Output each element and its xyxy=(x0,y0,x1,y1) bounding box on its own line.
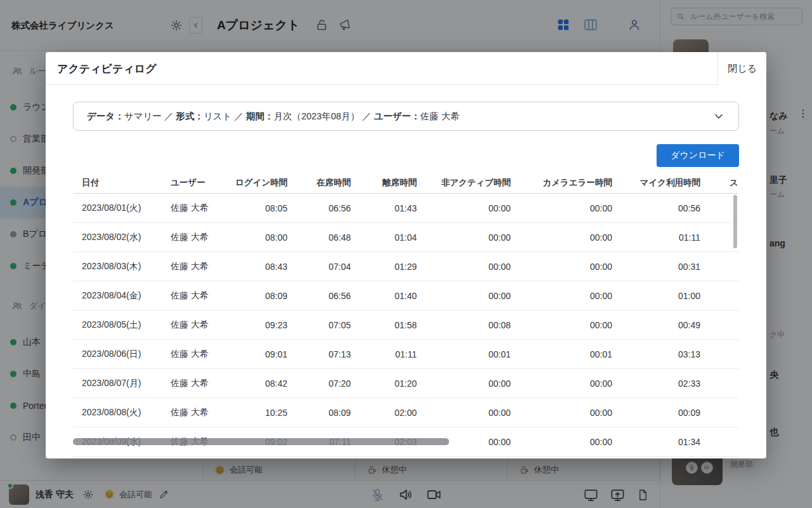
filter-value: ／ xyxy=(162,111,176,121)
table-cell: 00:00 xyxy=(511,437,612,447)
table-cell: 00:00 xyxy=(511,232,612,243)
filter-value: ／ xyxy=(232,111,246,121)
table-cell: 01:11 xyxy=(351,349,417,359)
table-cell: 2023/08/08(火) xyxy=(73,407,162,418)
table-cell: 07:20 xyxy=(287,378,351,389)
table-cell: 2023/08/02(水) xyxy=(73,232,162,243)
modal-title: アクティビティログ xyxy=(57,52,157,85)
app-root: 株式会社ライブリンクス Aプロジェクト ルームラウンジ営業部開発部Aプロジェクト… xyxy=(0,0,812,508)
table-cell: 06:48 xyxy=(287,232,351,243)
table-cell: 00:00 xyxy=(417,378,511,389)
column-header: ユーザー xyxy=(162,177,232,189)
table-row: 2023/08/06(日)佐藤 大希09:0107:1301:1100:0100… xyxy=(73,340,739,369)
filter-value: 佐藤 大希 xyxy=(421,111,460,121)
table-cell: 2023/08/01(火) xyxy=(73,203,162,214)
filter-key: 期間： xyxy=(246,111,274,121)
table-cell: 02:33 xyxy=(612,378,700,389)
table-cell: 01:20 xyxy=(351,378,417,389)
table-cell: 08:43 xyxy=(232,262,287,272)
table-cell: 07:04 xyxy=(287,262,351,272)
modal-body: データ：サマリー ／ 形式：リスト ／ 期間：月次（2023年08月） ／ ユー… xyxy=(46,85,766,458)
table-cell: 佐藤 大希 xyxy=(162,232,232,243)
table-row: 2023/08/01(火)佐藤 大希08:0506:5601:4300:0000… xyxy=(73,194,739,223)
filter-value: サマリー xyxy=(124,111,162,121)
table-cell: 00:00 xyxy=(511,408,612,418)
activity-log-modal: アクティビティログ 閉じる データ：サマリー ／ 形式：リスト ／ 期間：月次（… xyxy=(46,52,766,458)
table-cell: 佐藤 大希 xyxy=(162,378,232,389)
table-cell: 2023/08/04(金) xyxy=(73,290,162,302)
table-cell: 01:11 xyxy=(612,232,700,243)
table-cell: 00:00 xyxy=(511,378,612,389)
table-cell: 06:56 xyxy=(287,291,351,301)
table-cell: 2023/08/03(木) xyxy=(73,261,162,272)
close-button[interactable]: 閉じる xyxy=(717,52,766,85)
chevron-down-icon xyxy=(712,110,725,123)
table-cell: 08:00 xyxy=(232,232,287,243)
table-cell: 00:00 xyxy=(511,262,612,272)
table-cell: 09:23 xyxy=(232,320,287,330)
filter-dropdown[interactable]: データ：サマリー ／ 形式：リスト ／ 期間：月次（2023年08月） ／ ユー… xyxy=(73,102,739,131)
horizontal-scrollbar[interactable] xyxy=(73,438,449,445)
table-row: 2023/08/04(金)佐藤 大希08:0906:5601:4000:0000… xyxy=(73,281,739,311)
table-cell: 佐藤 大希 xyxy=(162,203,232,214)
table-row: 2023/08/08(火)佐藤 大希10:2508:0902:0000:0000… xyxy=(73,398,739,427)
table-cell: 00:00 xyxy=(417,232,511,243)
table-cell: 08:05 xyxy=(232,203,287,213)
table-cell: 00:08 xyxy=(417,320,511,330)
table-cell: 佐藤 大希 xyxy=(162,407,232,418)
table-cell: 00:00 xyxy=(511,291,612,301)
column-header: 離席時間 xyxy=(351,177,417,189)
table-cell: 01:04 xyxy=(351,232,417,243)
table-cell: 00:00 xyxy=(417,408,511,418)
table-cell: 00:00 xyxy=(417,291,511,301)
table-cell: 00:09 xyxy=(612,408,700,418)
activity-table: 日付ユーザーログイン時間在席時間離席時間非アクティブ時間カメラエラー時間マイク利… xyxy=(73,172,739,458)
table-row: 2023/08/07(月)佐藤 大希08:4207:2001:2000:0000… xyxy=(73,369,739,398)
table-cell: 07:13 xyxy=(287,349,351,359)
filter-value: 月次（2023年08月） xyxy=(273,111,359,121)
column-header: 在席時間 xyxy=(287,177,351,189)
table-cell: 00:00 xyxy=(511,203,612,213)
table-cell: 00:00 xyxy=(417,262,511,272)
table-cell: 08:09 xyxy=(232,291,287,301)
table-cell: 08:09 xyxy=(287,408,351,418)
table-cell: 佐藤 大希 xyxy=(162,290,232,302)
filter-key: ユーザー： xyxy=(374,111,420,121)
table-cell: 00:49 xyxy=(612,320,700,330)
table-row: 2023/08/03(木)佐藤 大希08:4307:0401:2900:0000… xyxy=(73,252,739,281)
filter-key: 形式： xyxy=(176,111,204,121)
table-cell: 07:05 xyxy=(287,320,351,330)
column-header: 日付 xyxy=(73,177,162,189)
column-header: マイク利用時間 xyxy=(612,177,700,189)
table-cell: 01:58 xyxy=(351,320,417,330)
table-cell: 00:56 xyxy=(612,203,700,213)
table-cell: 2023/08/06(日) xyxy=(73,349,162,360)
table-cell: 佐藤 大希 xyxy=(162,261,232,272)
modal-header: アクティビティログ 閉じる xyxy=(46,52,766,85)
column-header: カメラエラー時間 xyxy=(511,177,612,189)
table-cell: 01:43 xyxy=(351,203,417,213)
table-cell: 10:25 xyxy=(232,408,287,418)
filter-key: データ： xyxy=(87,111,124,121)
table-cell: 06:56 xyxy=(287,203,351,213)
filter-value: ／ xyxy=(360,111,374,121)
table-cell: 01:29 xyxy=(351,262,417,272)
table-cell: 09:01 xyxy=(232,349,287,359)
table-body: 2023/08/01(火)佐藤 大希08:0506:5601:4300:0000… xyxy=(73,194,739,457)
table-cell: 00:01 xyxy=(417,349,511,359)
table-cell: 2023/08/05(土) xyxy=(73,319,162,331)
column-header: 非アクティブ時間 xyxy=(417,177,511,189)
table-row: 2023/08/05(土)佐藤 大希09:2307:0501:5800:0800… xyxy=(73,311,739,340)
download-row: ダウンロード xyxy=(73,144,739,167)
table-cell: 00:01 xyxy=(511,349,612,359)
table-cell: 00:00 xyxy=(417,203,511,213)
table-cell: 00:31 xyxy=(612,262,700,272)
vertical-scrollbar[interactable] xyxy=(733,195,737,248)
table-header-row: 日付ユーザーログイン時間在席時間離席時間非アクティブ時間カメラエラー時間マイク利… xyxy=(73,172,739,194)
download-button[interactable]: ダウンロード xyxy=(657,144,739,167)
table-cell: 01:40 xyxy=(351,291,417,301)
column-header: ログイン時間 xyxy=(232,177,287,189)
table-row: 2023/08/02(水)佐藤 大希08:0006:4801:0400:0000… xyxy=(73,223,739,252)
table-cell: 01:34 xyxy=(612,437,700,447)
table-cell: 03:13 xyxy=(612,349,700,359)
